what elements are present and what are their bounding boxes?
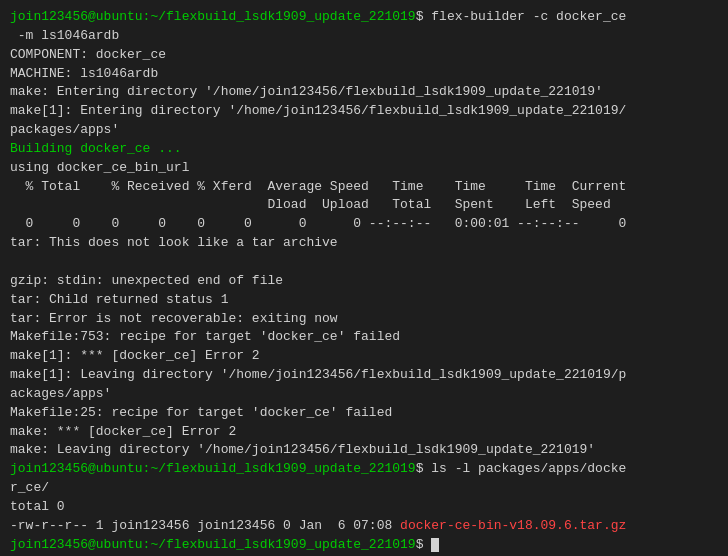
line-28: -rw-r--r-- 1 join123456 join123456 0 Jan…: [10, 517, 718, 536]
line-14: [10, 253, 718, 272]
line-27: total 0: [10, 498, 718, 517]
line-21: ackages/apps': [10, 385, 718, 404]
terminal-cursor: [431, 538, 439, 552]
line-5: make: Entering directory '/home/join1234…: [10, 83, 718, 102]
prompt-25: join123456@ubuntu:~/flexbuild_lsdk1909_u…: [10, 461, 416, 476]
line-23: make: *** [docker_ce] Error 2: [10, 423, 718, 442]
prompt-29: join123456@ubuntu:~/flexbuild_lsdk1909_u…: [10, 537, 416, 552]
prompt-1: join123456@ubuntu:~/flexbuild_lsdk1909_u…: [10, 9, 416, 24]
line-25: join123456@ubuntu:~/flexbuild_lsdk1909_u…: [10, 460, 718, 479]
line-3: COMPONENT: docker_ce: [10, 46, 718, 65]
line-12: 0 0 0 0 0 0 0 0 --:--:-- 0:00:01 --:--:-…: [10, 215, 718, 234]
line-24: make: Leaving directory '/home/join12345…: [10, 441, 718, 460]
line-2: -m ls1046ardb: [10, 27, 718, 46]
filename: docker-ce-bin-v18.09.6.tar.gz: [400, 518, 626, 533]
line-19: make[1]: *** [docker_ce] Error 2: [10, 347, 718, 366]
line-26: r_ce/: [10, 479, 718, 498]
line-15: gzip: stdin: unexpected end of file: [10, 272, 718, 291]
line-8: Building docker_ce ...: [10, 140, 718, 159]
line-4: MACHINE: ls1046ardb: [10, 65, 718, 84]
cmd-1: $ flex-builder -c docker_ce: [416, 9, 627, 24]
line-20: make[1]: Leaving directory '/home/join12…: [10, 366, 718, 385]
line-11: Dload Upload Total Spent Left Speed: [10, 196, 718, 215]
line-29: join123456@ubuntu:~/flexbuild_lsdk1909_u…: [10, 536, 718, 555]
line-1: join123456@ubuntu:~/flexbuild_lsdk1909_u…: [10, 8, 718, 27]
line-17: tar: Error is not recoverable: exiting n…: [10, 310, 718, 329]
line-18: Makefile:753: recipe for target 'docker_…: [10, 328, 718, 347]
line-7: packages/apps': [10, 121, 718, 140]
line-13: tar: This does not look like a tar archi…: [10, 234, 718, 253]
line-16: tar: Child returned status 1: [10, 291, 718, 310]
line-9: using docker_ce_bin_url: [10, 159, 718, 178]
line-22: Makefile:25: recipe for target 'docker_c…: [10, 404, 718, 423]
line-10: % Total % Received % Xferd Average Speed…: [10, 178, 718, 197]
line-6: make[1]: Entering directory '/home/join1…: [10, 102, 718, 121]
terminal-window: join123456@ubuntu:~/flexbuild_lsdk1909_u…: [0, 0, 728, 556]
